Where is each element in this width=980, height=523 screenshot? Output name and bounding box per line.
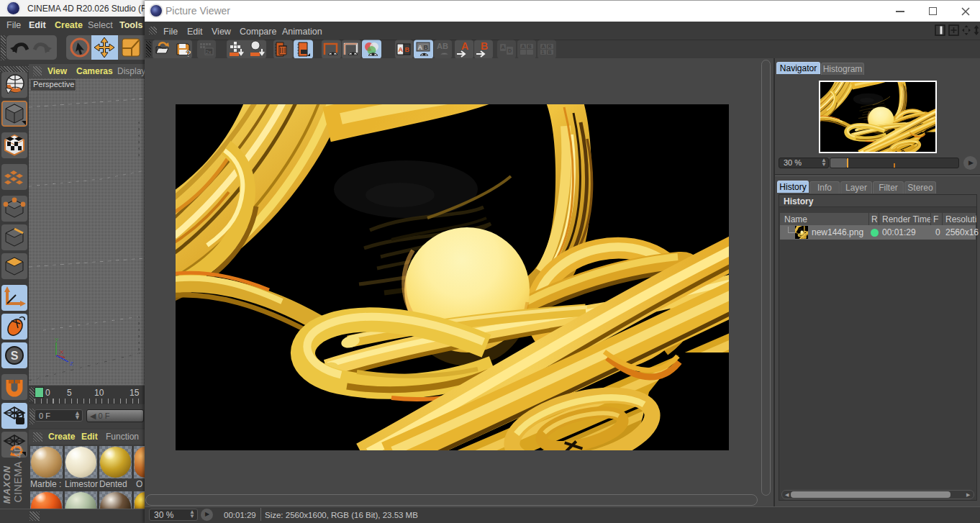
svg-text:B: B — [424, 44, 429, 51]
svg-text:X: X — [60, 349, 64, 355]
svg-text:A: A — [399, 46, 404, 53]
svg-text:A: A — [522, 44, 525, 49]
svg-text:B: B — [528, 44, 532, 49]
svg-text:S: S — [11, 350, 19, 362]
svg-text:R: R — [548, 44, 552, 49]
svg-text:?: ? — [186, 48, 191, 59]
svg-text:A: A — [502, 45, 505, 50]
svg-text:B: B — [481, 40, 488, 52]
svg-text:1: 1 — [542, 50, 545, 55]
svg-text:A: A — [461, 40, 468, 52]
svg-text:A: A — [542, 44, 545, 49]
svg-text:D: D — [508, 48, 512, 53]
svg-text:B: B — [548, 50, 552, 55]
svg-text:A: A — [418, 44, 423, 51]
svg-text:AB: AB — [437, 42, 448, 50]
svg-text:B: B — [405, 46, 410, 53]
svg-text:Y: Y — [55, 337, 59, 343]
svg-text:2x: 2x — [206, 50, 212, 55]
svg-text:Z: Z — [70, 360, 73, 367]
